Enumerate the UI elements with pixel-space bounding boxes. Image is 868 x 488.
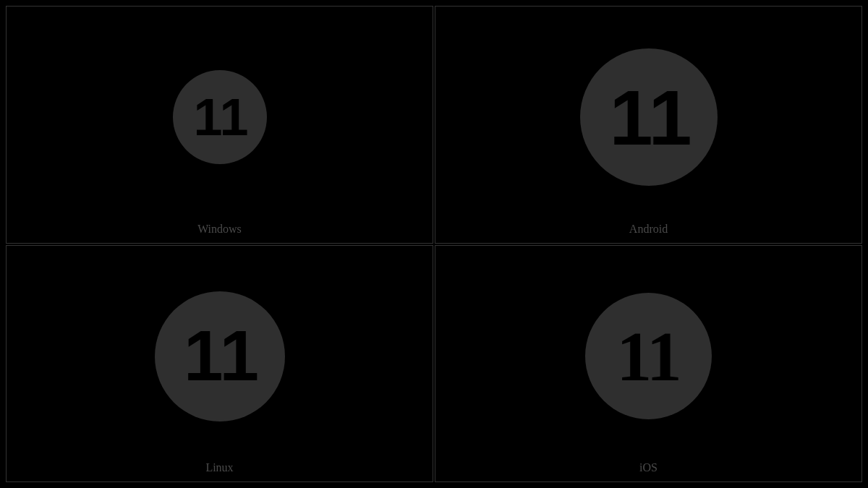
circled-eleven-ios: 11 <box>585 293 712 419</box>
label-windows: Windows <box>197 223 242 236</box>
label-android: Android <box>629 223 668 236</box>
cell-android: 11 Android <box>435 6 862 244</box>
glyph-container-android: 11 <box>580 48 718 186</box>
glyph-container-windows: 11 <box>173 70 267 164</box>
cell-ios: 11 iOS <box>435 245 862 483</box>
label-ios: iOS <box>639 461 658 474</box>
glyph-container-linux: 11 <box>155 291 285 421</box>
circled-eleven-windows: 11 <box>173 70 267 164</box>
circled-eleven-linux: 11 <box>155 291 285 421</box>
cell-windows: 11 Windows <box>6 6 433 244</box>
glyph-container-ios: 11 <box>585 293 712 419</box>
cell-linux: 11 Linux <box>6 245 433 483</box>
label-linux: Linux <box>205 461 233 474</box>
circled-eleven-android: 11 <box>580 48 718 186</box>
